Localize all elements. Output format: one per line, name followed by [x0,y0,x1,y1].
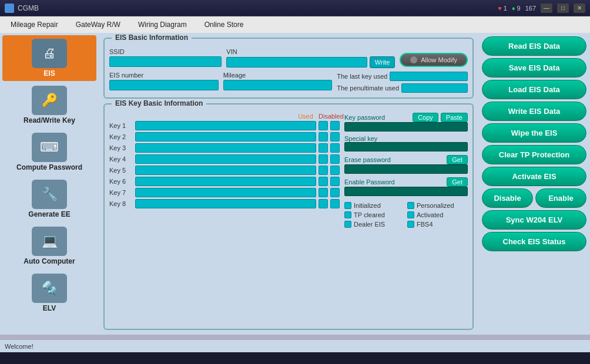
enable-button[interactable]: Enable [535,188,586,208]
key-used-checkbox-8[interactable] [319,199,328,208]
activated-label: Activated [417,211,443,218]
eis-basic-info-title: EIS Basic Information [112,33,192,42]
right-sidebar: Read EIS Data Save EIS Data Load EIS Dat… [478,33,590,335]
personalized-checkbox[interactable] [407,202,414,209]
key-row: Key 6 [109,177,340,186]
key-disabled-checkbox-2[interactable] [330,132,340,141]
menu-gateway-rw[interactable]: GateWay R/W [68,18,129,31]
write-button[interactable]: Write [370,56,395,68]
disable-button[interactable]: Disable [482,188,533,208]
key-bar-7[interactable] [135,188,316,197]
key-used-checkbox-3[interactable] [319,143,328,153]
key-row: Key 1 [109,121,340,130]
paste-button[interactable]: Paste [441,113,468,122]
key-used-checkbox-4[interactable] [319,154,328,164]
sidebar-item-compute-password[interactable]: ⌨ Compute Password [2,129,96,175]
sidebar-item-elv[interactable]: 🔩 ELV [2,270,96,316]
diamond-icon: ♦ [512,5,515,12]
key-disabled-checkbox-6[interactable] [330,177,340,186]
copy-button[interactable]: Copy [413,113,438,122]
key-disabled-checkbox-4[interactable] [330,154,340,164]
wipe-eis-button[interactable]: Wipe the EIS [482,123,586,143]
enable-password-label: Enable Password [344,178,444,186]
key-row: Key 5 [109,166,340,175]
mileage-label: Mileage [223,72,333,79]
title-bar: CGMB ♥ 1 ♦ 9 167 — □ ✕ [0,0,590,16]
load-eis-data-button[interactable]: Load EIS Data [482,80,586,99]
key-disabled-checkbox-3[interactable] [330,143,340,153]
key-bar-2[interactable] [135,132,316,141]
minimize-button[interactable]: — [541,4,552,13]
fbs4-label: FBS4 [417,221,433,228]
menu-online-store[interactable]: Online Store [196,18,252,31]
key-label-8: Key 8 [109,200,133,207]
activate-eis-button[interactable]: Activate EIS [482,167,586,186]
tp-cleared-checkbox[interactable] [344,211,351,218]
key-bar-3[interactable] [135,143,316,153]
key-label-6: Key 6 [109,178,133,185]
key-bar-6[interactable] [135,177,316,186]
sidebar-item-generate-ee[interactable]: 🔧 Generate EE [2,176,96,222]
key-disabled-checkbox-1[interactable] [330,121,340,130]
key-bar-8[interactable] [135,199,316,208]
sync-w204-elv-button[interactable]: Sync W204 ELV [482,210,586,230]
key-label-2: Key 2 [109,133,133,140]
sidebar-item-eis[interactable]: 🖨 EIS [2,35,96,81]
key-used-checkbox-5[interactable] [319,166,328,175]
allow-modify-dot [410,56,417,63]
menu-bar: Mileage Repair GateWay R/W Wiring Diagra… [0,16,590,33]
check-eis-status-button[interactable]: Check EIS Status [482,232,586,251]
menu-mileage-repair[interactable]: Mileage Repair [2,18,66,31]
write-eis-data-button[interactable]: Write EIS Data [482,102,586,121]
key-table: Used Disabled Key 1 Key 2 Key 3 Key 4 Ke… [109,113,340,228]
key-row: Key 3 [109,143,340,153]
key-bar-4[interactable] [135,154,316,164]
maximize-button[interactable]: □ [557,4,569,13]
sidebar-item-auto-computer[interactable]: 💻 Auto Computer [2,223,96,269]
key-password-field[interactable] [344,122,468,132]
vin-input[interactable] [226,57,367,68]
heart-icon: ♥ [498,5,502,12]
compute-password-icon: ⌨ [32,133,67,162]
erase-get-button[interactable]: Get [447,155,468,164]
key-label-5: Key 5 [109,167,133,174]
status-message: Welcome! [5,343,33,350]
status-bar: Welcome! [0,339,590,352]
special-key-field[interactable] [344,142,468,151]
special-key-label: Special key [344,135,468,142]
allow-modify-button[interactable]: Allow Modify [400,53,468,67]
key-used-checkbox-1[interactable] [319,121,328,130]
eis-number-label: EIS number [109,72,219,79]
read-eis-data-button[interactable]: Read EIS Data [482,36,586,56]
key-used-checkbox-7[interactable] [319,188,328,197]
ssid-label: SSID [109,48,222,55]
key-disabled-checkbox-7[interactable] [330,188,340,197]
key-used-checkbox-6[interactable] [319,177,328,186]
close-button[interactable]: ✕ [574,4,585,13]
dealer-eis-checkbox[interactable] [344,221,351,228]
initialized-checkbox[interactable] [344,202,351,209]
key-disabled-checkbox-8[interactable] [330,199,340,208]
ssid-input[interactable] [109,56,222,67]
key-used-checkbox-2[interactable] [319,132,328,141]
erase-password-field[interactable] [344,164,468,174]
generate-ee-icon: 🔧 [32,180,67,209]
save-eis-data-button[interactable]: Save EIS Data [482,58,586,77]
key-label-4: Key 4 [109,156,133,163]
key-bar-1[interactable] [135,121,316,130]
status-tp-cleared: TP cleared [344,211,405,218]
menu-wiring-diagram[interactable]: Wiring Diagram [130,18,195,31]
sidebar-item-read-write-key[interactable]: 🔑 Read/Write Key [2,82,96,128]
clear-tp-protection-button[interactable]: Clear TP Protection [482,145,586,164]
key-row: Key 4 [109,154,340,164]
activated-checkbox[interactable] [407,211,414,218]
enable-get-button[interactable]: Get [447,177,468,187]
mileage-input[interactable] [223,80,333,90]
eis-key-info-section: EIS Key Basic Information Used Disabled … [103,103,474,330]
scrollbar[interactable] [0,335,590,339]
eis-number-input[interactable] [109,80,219,90]
enable-password-field[interactable] [344,187,468,196]
fbs4-checkbox[interactable] [407,221,414,228]
key-disabled-checkbox-5[interactable] [330,166,340,175]
key-bar-5[interactable] [135,166,316,175]
